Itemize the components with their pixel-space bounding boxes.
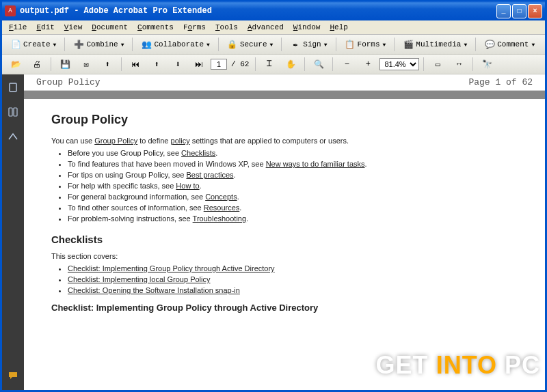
chevron-down-icon: ▼ xyxy=(270,42,274,48)
comments-panel-button[interactable] xyxy=(5,368,21,383)
document-area: Group Policy Page 1 of 62 Group Policy Y… xyxy=(24,74,545,390)
hand-tool-button[interactable]: ✋ xyxy=(281,57,300,72)
combine-icon: ➕ xyxy=(73,39,84,50)
menu-comments[interactable]: Comments xyxy=(133,22,178,33)
save-icon: 💾 xyxy=(59,59,70,70)
chevron-down-icon: ▼ xyxy=(121,42,124,48)
menu-help[interactable]: Help xyxy=(325,22,351,33)
menu-document[interactable]: Document xyxy=(88,22,132,33)
menu-advanced[interactable]: Advanced xyxy=(243,22,288,33)
signatures-panel-button[interactable] xyxy=(5,129,21,144)
secure-button[interactable]: 🔒Secure▼ xyxy=(223,37,277,52)
bookmarks-panel-button[interactable] xyxy=(5,104,21,120)
sign-button[interactable]: ✒Sign▼ xyxy=(286,37,331,52)
menubar: File Edit View Document Comments Forms T… xyxy=(2,20,545,35)
list-item: For tips on using Group Policy, see Best… xyxy=(68,171,518,179)
document-page[interactable]: Group Policy You can use Group Policy to… xyxy=(24,99,545,390)
link-checklist-ad[interactable]: Checklist: Implementing Group Policy thr… xyxy=(68,264,275,272)
zoom-out-button[interactable]: − xyxy=(337,57,356,72)
page-number-input[interactable] xyxy=(211,59,227,70)
marquee-zoom-button[interactable]: 🔍 xyxy=(309,57,328,72)
minus-icon: − xyxy=(341,59,352,70)
link-concepts[interactable]: Concepts xyxy=(205,193,237,201)
chevron-down-icon: ▼ xyxy=(464,42,467,48)
app-icon: A xyxy=(5,5,16,16)
maximize-button[interactable]: □ xyxy=(512,4,526,18)
checklists-list: Checklist: Implementing Group Policy thr… xyxy=(68,264,518,294)
menu-window[interactable]: Window xyxy=(289,22,325,33)
open-button[interactable]: 📂 xyxy=(6,57,25,72)
link-best-practices[interactable]: Best practices xyxy=(186,171,233,179)
link-resources[interactable]: Resources xyxy=(204,204,240,212)
svg-rect-0 xyxy=(10,83,16,92)
link-checklist-local[interactable]: Checklist: Implementing local Group Poli… xyxy=(68,275,210,283)
separator xyxy=(281,38,282,51)
separator xyxy=(332,57,333,71)
link-group-policy[interactable]: Group Policy xyxy=(94,137,137,145)
list-item: For problem-solving instructions, see Tr… xyxy=(68,214,518,223)
separator xyxy=(304,57,305,71)
text-select-icon: Ꮖ xyxy=(264,59,275,70)
app-window: A output.pdf - Adobe Acrobat Pro Extende… xyxy=(0,0,547,392)
fit-page-button[interactable]: ▭ xyxy=(428,57,447,72)
separator xyxy=(475,38,476,51)
fit-width-icon: ↔ xyxy=(453,59,464,70)
toolbar-tasks: 📄Create▼ ➕Combine▼ 👥Collaborate▼ 🔒Secure… xyxy=(2,35,545,55)
zoom-select[interactable]: 81.4% xyxy=(379,58,419,70)
toolbar-page: 📂 🖨 💾 ✉ ⬆ ⏮ ⬆ ⬇ ⏭ / 62 Ꮖ ✋ 🔍 − + 81.4% ▭… xyxy=(2,55,545,74)
find-button[interactable]: 🔭 xyxy=(477,57,496,72)
upload-icon: ⬆ xyxy=(102,59,113,70)
list-item: For help with specific tasks, see How to… xyxy=(68,182,518,190)
minimize-button[interactable]: _ xyxy=(496,4,511,18)
titlebar: A output.pdf - Adobe Acrobat Pro Extende… xyxy=(2,1,545,20)
menu-forms[interactable]: Forms xyxy=(179,22,210,33)
collaborate-button[interactable]: 👥Collaborate▼ xyxy=(137,37,213,52)
create-button[interactable]: 📄Create▼ xyxy=(6,37,60,52)
link-policy[interactable]: policy xyxy=(171,137,190,145)
fit-width-button[interactable]: ↔ xyxy=(449,57,468,72)
up-icon: ⬆ xyxy=(151,59,162,70)
print-button[interactable]: 🖨 xyxy=(27,57,46,72)
menu-file[interactable]: File xyxy=(5,22,31,33)
prev-page-button[interactable]: ⬆ xyxy=(147,57,166,72)
email-button[interactable]: ✉ xyxy=(77,57,96,72)
close-button[interactable]: × xyxy=(528,4,542,18)
link-checklists[interactable]: Checklists xyxy=(181,149,215,157)
forms-button[interactable]: 📋Forms▼ xyxy=(341,37,390,52)
chevron-down-icon: ▼ xyxy=(324,42,328,48)
hand-icon: ✋ xyxy=(285,59,296,70)
watermark: GET INTO PC xyxy=(376,351,540,380)
zoom-in-button[interactable]: + xyxy=(358,57,377,72)
multimedia-button[interactable]: 🎬Multimedia▼ xyxy=(399,37,471,52)
zoom-icon: 🔍 xyxy=(313,59,324,70)
menu-view[interactable]: View xyxy=(60,22,86,33)
multimedia-icon: 🎬 xyxy=(403,39,414,50)
next-page-button[interactable]: ⬇ xyxy=(168,57,187,72)
pages-panel-button[interactable] xyxy=(5,80,21,95)
last-page-button[interactable]: ⏭ xyxy=(189,57,209,72)
list-item: To find other sources of information, se… xyxy=(68,204,518,212)
link-how-to[interactable]: How to xyxy=(176,182,199,190)
window-controls: _ □ × xyxy=(496,4,542,18)
collaborate-icon: 👥 xyxy=(141,39,152,50)
link-new-ways[interactable]: New ways to do familiar tasks xyxy=(266,160,365,168)
comment-icon: 💬 xyxy=(484,39,495,50)
link-checklist-snapin[interactable]: Checklist: Opening the Software Installa… xyxy=(68,286,240,294)
comment-button[interactable]: 💬Comment▼ xyxy=(480,37,539,52)
separator xyxy=(64,38,65,51)
menu-edit[interactable]: Edit xyxy=(32,22,58,33)
combine-button[interactable]: ➕Combine▼ xyxy=(69,37,128,52)
first-icon: ⏮ xyxy=(130,59,141,70)
menu-tools[interactable]: Tools xyxy=(211,22,242,33)
list-item: Before you use Group Policy, see Checkli… xyxy=(68,149,518,157)
chevron-down-icon: ▼ xyxy=(531,42,535,48)
save-button[interactable]: 💾 xyxy=(55,57,75,72)
intro-paragraph: You can use Group Policy to define polic… xyxy=(51,137,518,145)
upload-button[interactable]: ⬆ xyxy=(98,57,117,72)
separator xyxy=(423,57,424,71)
link-troubleshooting[interactable]: Troubleshooting xyxy=(193,214,246,223)
first-page-button[interactable]: ⏮ xyxy=(126,57,145,72)
select-tool-button[interactable]: Ꮖ xyxy=(260,57,279,72)
separator xyxy=(336,38,336,51)
list-item: To find features that have been moved in… xyxy=(68,160,518,168)
